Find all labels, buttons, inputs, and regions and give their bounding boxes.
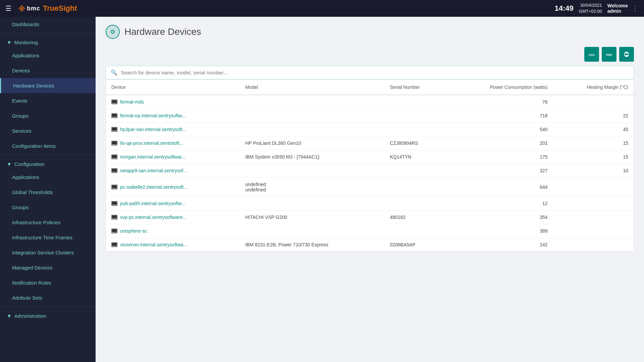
- device-row-icon: [111, 100, 117, 104]
- print-button[interactable]: [619, 47, 634, 62]
- sidebar-item-services[interactable]: Services: [0, 123, 96, 138]
- svg-rect-48: [114, 172, 115, 172]
- device-row-icon: [111, 141, 117, 145]
- serial-cell: KQ14TYN: [384, 150, 447, 164]
- svg-rect-10: [625, 55, 628, 57]
- svg-rect-58: [112, 205, 113, 205]
- model-cell: IBM System x3550 M3 - [7944AC1]-: [240, 150, 384, 164]
- device-cell[interactable]: unisphere-sc: [106, 224, 240, 238]
- sidebar-section-administration[interactable]: ▼ Administration: [0, 308, 96, 321]
- device-cell[interactable]: svp-pc.internal.sentrysoftware...: [106, 210, 240, 224]
- device-cell[interactable]: fermat-oa.internal.sentrysoftw...: [106, 109, 240, 123]
- hamburger-icon[interactable]: ☰: [5, 4, 11, 12]
- power-cell: 175: [447, 150, 553, 164]
- svg-rect-21: [112, 114, 117, 117]
- table-row: svp-pc.internal.sentrysoftware... HITACH…: [106, 210, 634, 224]
- table-header-row: Device Model Serial Number Power Consump…: [106, 80, 634, 95]
- sidebar-item-dashboards[interactable]: Dashboards: [0, 17, 96, 32]
- serial-cell: 0206BA5AP: [384, 238, 447, 252]
- topbar-menu-icon[interactable]: ⋮: [632, 4, 639, 12]
- device-cell[interactable]: fermat-mds: [106, 95, 240, 109]
- page-header: ⚙ Hardware Devices: [106, 25, 634, 39]
- svg-rect-52: [112, 188, 113, 189]
- sidebar-section-monitoring[interactable]: ▼ Monitoring: [0, 35, 96, 48]
- device-row-icon: [111, 215, 117, 220]
- main-layout: Dashboards ▼ Monitoring Applications Dev…: [0, 17, 644, 362]
- sidebar-item-infra-timeframes[interactable]: Infrastructure Time Frames: [0, 230, 96, 245]
- svg-rect-77: [113, 246, 114, 246]
- svg-rect-75: [112, 243, 117, 246]
- device-row-icon: [111, 168, 117, 173]
- model-cell: [240, 109, 384, 123]
- print-icon: [623, 51, 630, 58]
- hardware-devices-icon: ⚙: [106, 25, 120, 39]
- sidebar-item-notification-rules[interactable]: Notification Rules: [0, 275, 96, 290]
- device-cell[interactable]: pc-isabelle2.internal.sentrysoft...: [106, 178, 240, 197]
- pdf-icon: PDF: [605, 50, 613, 58]
- model-cell: [240, 197, 384, 210]
- svg-text:PDF: PDF: [606, 53, 612, 57]
- serial-cell: [384, 123, 447, 136]
- truesight-text: TrueSight: [43, 4, 77, 13]
- table-row: fermat-mds 76: [106, 95, 634, 109]
- device-cell[interactable]: netapp9-san.internal.sentrysof...: [106, 164, 240, 178]
- sidebar-item-config-groups[interactable]: Groups: [0, 200, 96, 215]
- svg-rect-70: [112, 232, 113, 233]
- sidebar-item-integration-clusters[interactable]: Integration Service Clusters: [0, 245, 96, 260]
- table-row: pc-isabelle2.internal.sentrysoft... unde…: [106, 178, 634, 197]
- search-container: 🔍: [106, 66, 634, 79]
- device-row-icon: [111, 113, 117, 118]
- power-cell: 718: [447, 109, 553, 123]
- sidebar-item-config-items[interactable]: Configuration Items: [0, 138, 96, 154]
- svg-rect-24: [114, 117, 115, 117]
- sidebar-section-configuration[interactable]: ▼ Configuration: [0, 157, 96, 170]
- sidebar-item-attribute-sets[interactable]: Attribute Sets: [0, 290, 96, 305]
- svg-rect-78: [114, 246, 115, 246]
- model-cell: IBM 8231-E2B, Power 710/730 Express: [240, 238, 384, 252]
- sidebar-item-hardware-devices[interactable]: Hardware Devices: [0, 78, 96, 93]
- power-cell: 242: [447, 238, 553, 252]
- svg-text:CSV: CSV: [589, 53, 595, 57]
- col-power: Power Consumption (watts): [447, 80, 553, 95]
- heating-cell: 15: [553, 150, 634, 164]
- power-cell: 12: [447, 197, 553, 210]
- sidebar-item-devices[interactable]: Devices: [0, 63, 96, 78]
- sidebar-item-groups[interactable]: Groups: [0, 108, 96, 123]
- svg-point-12: [628, 54, 628, 54]
- svg-rect-46: [112, 172, 113, 172]
- heating-cell: [553, 224, 634, 238]
- sidebar-item-infra-policies[interactable]: Infrastructure Policies: [0, 215, 96, 230]
- sidebar-item-global-thresholds[interactable]: Global Thresholds: [0, 185, 96, 200]
- sidebar-item-managed-devices[interactable]: Managed Devices: [0, 260, 96, 275]
- svg-rect-47: [113, 172, 114, 172]
- power-cell: 644: [447, 178, 553, 197]
- bmc-logo: bmc: [18, 5, 40, 12]
- sidebar-item-events[interactable]: Events: [0, 93, 96, 108]
- serial-cell: [384, 164, 447, 178]
- svg-rect-22: [112, 117, 113, 117]
- device-cell[interactable]: hp3par-san.internal.sentrysoft...: [106, 123, 240, 136]
- export-pdf-button[interactable]: PDF: [602, 47, 616, 62]
- svg-rect-57: [112, 202, 117, 204]
- sidebar-item-applications[interactable]: Applications: [0, 48, 96, 63]
- device-cell[interactable]: morgan.internal.sentrysoftwar...: [106, 150, 240, 164]
- svg-rect-15: [112, 100, 117, 103]
- svg-rect-39: [112, 155, 117, 158]
- device-cell[interactable]: ilo-qa-prox.internal.sentrisoft...: [106, 136, 240, 150]
- device-row-icon: [111, 242, 117, 247]
- search-input[interactable]: [121, 70, 629, 75]
- svg-rect-59: [113, 205, 114, 205]
- csv-icon: CSV: [588, 50, 596, 58]
- device-cell[interactable]: vioserver.internal.sentrysoftwa...: [106, 238, 240, 252]
- table-row: morgan.internal.sentrysoftwar... IBM Sys…: [106, 150, 634, 164]
- model-cell: HP ProLiant DL360 Gen10: [240, 136, 384, 150]
- svg-rect-17: [113, 103, 114, 104]
- col-model: Model: [240, 80, 384, 95]
- model-cell: [240, 224, 384, 238]
- device-cell[interactable]: pub-pa95.internal.sentrysoftw...: [106, 197, 240, 210]
- monitoring-arrow-icon: ▼: [7, 40, 12, 45]
- sidebar-item-config-applications[interactable]: Applications: [0, 170, 96, 185]
- svg-rect-41: [113, 158, 114, 159]
- serial-cell: 480182: [384, 210, 447, 224]
- export-csv-button[interactable]: CSV: [584, 47, 599, 62]
